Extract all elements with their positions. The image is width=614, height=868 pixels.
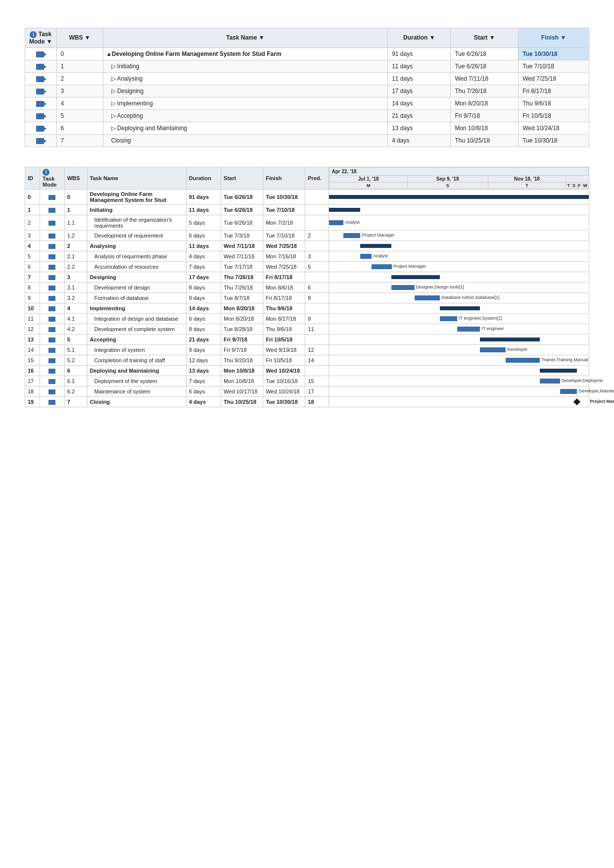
start-cell: Mon 10/8/18 <box>451 122 519 134</box>
gantt-bar-label: Developer,Mainter <box>578 388 614 393</box>
start-cell: Mon 8/20/18 <box>451 97 519 109</box>
gantt-mode-cell <box>40 324 65 334</box>
gantt-normal-bar <box>372 264 391 269</box>
gantt-th-duration: Duration <box>186 167 221 189</box>
th-task-name: Task Name ▼ <box>103 28 388 48</box>
gantt-taskname-cell: Integration of design and database <box>87 313 186 324</box>
start-dropdown-icon[interactable]: ▼ <box>489 34 495 41</box>
gantt-mode-cell <box>40 272 65 282</box>
gantt-mode-cell <box>40 365 65 376</box>
gantt-wbs-cell: 0 <box>64 189 87 204</box>
gantt-task-mode-icon <box>48 286 55 290</box>
start-cell: Wed 7/11/18 <box>451 72 519 85</box>
gantt-start-cell: Tue 6/26/18 <box>221 204 263 215</box>
gantt-mode-cell <box>40 282 65 292</box>
start-cell: Thu 7/26/18 <box>451 85 519 97</box>
gantt-task-mode-icon <box>48 358 55 363</box>
gantt-section: ID iTaskMode WBS Task Name Duration Star… <box>25 167 589 407</box>
finish-cell: Thu 9/6/18 <box>519 97 589 109</box>
gantt-chart-cell: Analyst <box>329 251 589 261</box>
gantt-bar-label: Developer,Deployme <box>562 378 603 383</box>
gantt-id-cell: 12 <box>25 324 40 334</box>
duration-dropdown-icon[interactable]: ▼ <box>429 34 435 41</box>
duration-cell: 13 days <box>388 122 451 134</box>
th-duration: Duration ▼ <box>388 28 451 48</box>
mode-dropdown-icon[interactable]: ▼ <box>47 38 52 45</box>
gantt-id-cell: 1 <box>25 204 40 215</box>
chart-day-s1: S <box>407 182 488 189</box>
gantt-row: 197Closing4 daysThu 10/25/18Tue 10/30/18… <box>25 396 589 407</box>
gantt-summary-bar <box>480 338 540 341</box>
gantt-taskname-cell: Initiating <box>87 204 186 215</box>
gantt-wbs-cell: 6.2 <box>64 386 87 396</box>
gantt-task-mode-icon <box>48 265 55 270</box>
gantt-mode-cell <box>40 189 65 204</box>
gantt-chart-cell: Project Manager <box>329 230 589 241</box>
gantt-finish-cell: Mon 8/6/18 <box>263 282 305 292</box>
start-cell: Thu 10/25/18 <box>451 134 519 146</box>
gantt-start-cell: Tue 6/26/18 <box>221 215 263 230</box>
th-finish: Finish ▼ <box>519 28 589 48</box>
gantt-chart-cell: IT engineer <box>329 324 589 334</box>
gantt-taskname-cell: Development of requirement <box>87 230 186 241</box>
gantt-id-cell: 6 <box>25 261 40 272</box>
taskname-dropdown-icon[interactable]: ▼ <box>259 34 265 41</box>
gantt-duration-cell: 17 days <box>186 272 221 282</box>
gantt-pred-cell <box>305 189 329 204</box>
finish-dropdown-icon[interactable]: ▼ <box>561 34 567 41</box>
start-cell: Tue 6/26/18 <box>451 60 519 72</box>
gantt-pred-cell <box>305 241 329 251</box>
wbs-cell: 1 <box>56 60 103 72</box>
gantt-bar-label: Analyst <box>373 253 388 258</box>
gantt-chart-cell: Developer,Mainter <box>329 386 589 396</box>
chart-sub-jul: Jul 1, '18 <box>330 175 407 182</box>
top-table-wrapper: i TaskMode ▼ WBS ▼ Task Name ▼ Duration … <box>25 28 589 147</box>
gantt-pred-cell: 6 <box>305 282 329 292</box>
wbs-cell: 0 <box>56 48 103 60</box>
gantt-chart-cell <box>329 241 589 251</box>
gantt-mode-cell <box>40 376 65 386</box>
gantt-finish-cell: Fri 10/5/18 <box>263 334 305 344</box>
top-table-row: 7Closing4 daysThu 10/25/18Tue 10/30/18 <box>25 134 589 146</box>
gantt-id-cell: 13 <box>25 334 40 344</box>
gantt-wbs-cell: 1.1 <box>64 215 87 230</box>
gantt-pred-cell: 12 <box>305 344 329 355</box>
gantt-mode-cell <box>40 313 65 324</box>
gantt-duration-cell: 5 days <box>186 215 221 230</box>
gantt-id-cell: 17 <box>25 376 40 386</box>
duration-cell: 4 days <box>388 134 451 146</box>
gantt-row: 166Deploying and Maintaining13 daysMon 1… <box>25 365 589 376</box>
gantt-duration-cell: 11 days <box>186 204 221 215</box>
gantt-finish-cell: Thu 9/6/18 <box>263 324 305 334</box>
gantt-taskname-cell: Analysis of requirments phase <box>87 251 186 261</box>
gantt-start-cell: Mon 8/20/18 <box>221 313 263 324</box>
gantt-finish-cell: Fri 10/5/18 <box>263 355 305 365</box>
gantt-start-cell: Fri 9/7/18 <box>221 334 263 344</box>
start-cell: Tue 6/26/18 <box>451 48 519 60</box>
gantt-wbs-cell: 3.2 <box>64 292 87 303</box>
gantt-chart-cell <box>329 303 589 313</box>
gantt-pred-cell: 5 <box>305 261 329 272</box>
gantt-duration-cell: 12 days <box>186 355 221 365</box>
gantt-finish-cell: Mon 7/16/18 <box>263 251 305 261</box>
gantt-pred-cell: 14 <box>305 355 329 365</box>
task-mode-icon <box>36 89 44 95</box>
finish-cell: Wed 7/25/18 <box>519 72 589 85</box>
start-cell: Fri 9/7/18 <box>451 109 519 122</box>
gantt-start-cell: Tue 8/7/18 <box>221 292 263 303</box>
gantt-task-mode-icon <box>48 254 55 259</box>
chart-header-main: Apr 22, '18 <box>330 167 589 175</box>
wbs-cell: 4 <box>56 97 103 109</box>
gantt-th-wbs: WBS <box>64 167 87 189</box>
gantt-taskname-cell: Deployment of the system <box>87 376 186 386</box>
gantt-duration-cell: 4 days <box>186 396 221 407</box>
wbs-dropdown-icon[interactable]: ▼ <box>85 34 91 41</box>
gantt-chart-cell <box>329 365 589 376</box>
task-mode-cell <box>25 72 57 85</box>
gantt-taskname-cell: Closing <box>87 396 186 407</box>
gantt-summary-bar <box>540 369 577 373</box>
chart-day-w: W <box>582 182 589 189</box>
gantt-row: 104Implementing14 daysMon 8/20/18Thu 9/6… <box>25 303 589 313</box>
chart-day-m: M <box>330 182 407 189</box>
gantt-pred-cell: 11 <box>305 324 329 334</box>
